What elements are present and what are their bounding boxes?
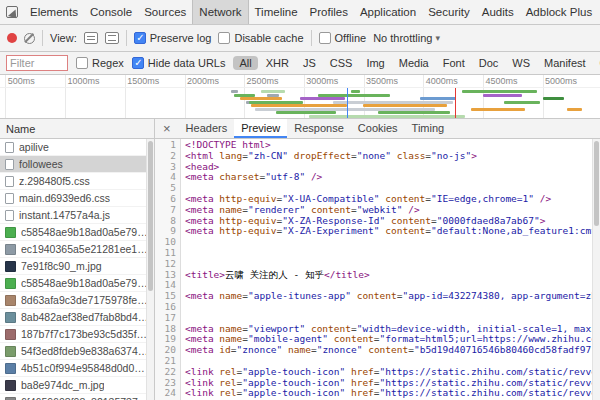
tab-audits[interactable]: Audits bbox=[476, 0, 520, 24]
tab-application[interactable]: Application bbox=[354, 0, 422, 24]
code-token: <meta bbox=[185, 215, 214, 226]
network-filter-bar: Regex Hide data URLs AllXHRJSCSSImgMedia… bbox=[0, 52, 600, 75]
disable-cache-label: Disable cache bbox=[234, 32, 303, 44]
timeline-tick-label: 2000ms bbox=[187, 76, 219, 86]
timeline-ruler: 500ms1000ms1500ms2000ms2500ms3000ms3500m… bbox=[0, 75, 600, 88]
tab-network[interactable]: Network bbox=[192, 0, 248, 24]
code-line: <meta id="znonce" name="znonce" content=… bbox=[185, 345, 600, 356]
request-row[interactable]: 8ab482aef38ed7fab8bd4314d7d2c4 bbox=[0, 309, 154, 326]
request-row[interactable]: c58548ae9b18ad0a5e79f64e85329f bbox=[0, 224, 154, 241]
filter-type-xhr[interactable]: XHR bbox=[260, 56, 295, 70]
view-list-icon[interactable] bbox=[84, 32, 98, 44]
separator bbox=[42, 30, 43, 46]
filter-type-all[interactable]: All bbox=[233, 56, 257, 70]
request-row[interactable]: instant.14757a4a.js bbox=[0, 207, 154, 224]
waterfall-bar bbox=[504, 101, 540, 104]
filter-type-js[interactable]: JS bbox=[297, 56, 322, 70]
request-name: 54f3ed8fdeb9e838a6374f85cd2ea1 bbox=[21, 345, 149, 357]
code-token: /> bbox=[305, 171, 322, 182]
request-row[interactable]: ec1940365a5e21281ee17636532114 bbox=[0, 241, 154, 258]
code-token: "no-js" bbox=[431, 150, 471, 161]
request-row[interactable]: 7e91f8c90_m.jpg bbox=[0, 258, 154, 275]
image-thumb-icon bbox=[5, 329, 16, 340]
request-name: 4b51c0f994e95848d0d0da09e3f1b2 bbox=[21, 362, 149, 374]
response-code-view[interactable]: 123456789101112131415161718192021222324 … bbox=[155, 139, 600, 400]
code-line: <meta http-equiv="X-ZA-Experiment" conte… bbox=[185, 226, 600, 237]
filter-type-ws[interactable]: WS bbox=[506, 56, 536, 70]
filter-type-manifest[interactable]: Manifest bbox=[538, 56, 592, 70]
tab-console[interactable]: Console bbox=[84, 0, 138, 24]
tab-headers[interactable]: Headers bbox=[179, 119, 235, 138]
regex-checkbox[interactable]: Regex bbox=[76, 57, 124, 69]
filter-type-font[interactable]: Font bbox=[437, 56, 471, 70]
request-row[interactable]: c58548ae9b18ad0a5e79f64e85329f bbox=[0, 275, 154, 292]
tab-timeline[interactable]: Timeline bbox=[249, 0, 304, 24]
preserve-log-checkbox[interactable]: Preserve log bbox=[134, 32, 212, 44]
waterfall-bar bbox=[300, 97, 345, 100]
tab-elements[interactable]: Elements bbox=[24, 0, 84, 24]
scrollbar[interactable] bbox=[146, 139, 154, 400]
close-icon[interactable]: × bbox=[155, 121, 179, 136]
tab-cookies[interactable]: Cookies bbox=[351, 119, 405, 138]
line-number: 24 bbox=[155, 388, 176, 399]
timeline-overview[interactable]: 500ms1000ms1500ms2000ms2500ms3000ms3500m… bbox=[0, 75, 600, 119]
code-line bbox=[185, 237, 600, 248]
tab-adblock-plus[interactable]: Adblock Plus bbox=[520, 0, 598, 24]
request-row[interactable]: z.298480f5.css bbox=[0, 173, 154, 190]
clear-button[interactable] bbox=[24, 33, 35, 44]
code-token: http-equiv bbox=[219, 215, 276, 226]
image-thumb-icon bbox=[5, 278, 16, 289]
tab-profiles[interactable]: Profiles bbox=[304, 0, 354, 24]
request-row[interactable]: ba8e974dc_m.jpg bbox=[0, 377, 154, 394]
scrollbar[interactable] bbox=[592, 139, 600, 400]
image-thumb-icon bbox=[5, 261, 16, 272]
throttling-value: No throttling bbox=[373, 32, 432, 44]
tab-sources[interactable]: Sources bbox=[138, 0, 192, 24]
name-column-header[interactable]: Name bbox=[0, 119, 154, 139]
tab-timing[interactable]: Timing bbox=[405, 119, 452, 138]
disable-cache-checkbox[interactable]: Disable cache bbox=[218, 32, 303, 44]
hide-data-urls-checkbox[interactable]: Hide data URLs bbox=[132, 57, 226, 69]
scrollbar-thumb[interactable] bbox=[594, 141, 599, 226]
tab-preview[interactable]: Preview bbox=[234, 119, 287, 138]
scrollbar-thumb[interactable] bbox=[148, 141, 153, 291]
devtools-tabbar: ElementsConsoleSourcesNetworkTimelinePro… bbox=[0, 0, 600, 25]
request-row[interactable]: 187b7f7c173be93c5d35fe2a0d8c31 bbox=[0, 326, 154, 343]
code-token: "app-id=432274380, app-argument=zhihu://… bbox=[402, 290, 600, 301]
view-overview-icon[interactable] bbox=[105, 32, 119, 44]
code-token: rel bbox=[219, 366, 236, 377]
filter-type-doc[interactable]: Doc bbox=[473, 56, 505, 70]
code-token: content bbox=[334, 333, 374, 344]
offline-checkbox[interactable]: Offline bbox=[319, 32, 367, 44]
image-thumb-icon bbox=[5, 244, 16, 255]
filter-type-css[interactable]: CSS bbox=[324, 56, 359, 70]
request-row[interactable]: apilive bbox=[0, 139, 154, 156]
timeline-tick-label: 2500ms bbox=[247, 76, 279, 86]
filter-type-img[interactable]: Img bbox=[360, 56, 390, 70]
network-toolbar: View: Preserve log Disable cache Offline… bbox=[0, 25, 600, 52]
waterfall-bar bbox=[267, 94, 279, 97]
filter-input[interactable] bbox=[6, 55, 68, 71]
code-token: content bbox=[357, 290, 397, 301]
filter-type-media[interactable]: Media bbox=[393, 56, 435, 70]
request-name: 8d63afa9c3de7175978fe85a5d4312 bbox=[21, 294, 149, 306]
code-token: > bbox=[540, 215, 546, 226]
request-row[interactable]: 54f3ed8fdeb9e838a6374f85cd2ea1 bbox=[0, 343, 154, 360]
throttling-dropdown[interactable]: No throttling ▾ bbox=[373, 32, 440, 44]
tab-response[interactable]: Response bbox=[287, 119, 351, 138]
request-name: instant.14757a4a.js bbox=[19, 209, 110, 221]
filter-type-other[interactable]: Other bbox=[594, 56, 600, 70]
inspect-element-icon[interactable] bbox=[6, 6, 18, 18]
file-icon bbox=[5, 159, 14, 170]
code-token: name bbox=[219, 323, 242, 334]
request-row[interactable]: followees bbox=[0, 156, 154, 173]
code-line: <link rel="apple-touch-icon" href="https… bbox=[185, 388, 600, 399]
request-row[interactable]: 6f4659608f08e82135737d7f2a6442 bbox=[0, 394, 154, 400]
tab-security[interactable]: Security bbox=[422, 0, 476, 24]
request-row[interactable]: 8d63afa9c3de7175978fe85a5d4312 bbox=[0, 292, 154, 309]
record-button[interactable] bbox=[7, 33, 17, 43]
request-row[interactable]: 4b51c0f994e95848d0d0da09e3f1b2 bbox=[0, 360, 154, 377]
request-row[interactable]: main.d6939ed6.css bbox=[0, 190, 154, 207]
code-token: <html bbox=[185, 150, 214, 161]
code-token: content bbox=[391, 215, 431, 226]
